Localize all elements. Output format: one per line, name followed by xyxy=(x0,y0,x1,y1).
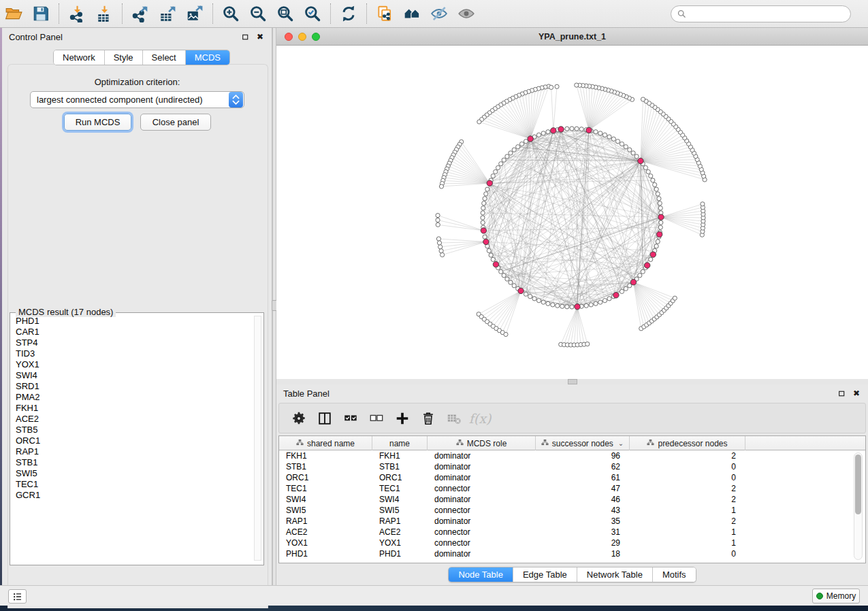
network-node[interactable] xyxy=(532,297,536,301)
network-node[interactable] xyxy=(565,127,569,131)
save-session-icon[interactable] xyxy=(29,3,52,24)
tab-motifs[interactable]: Motifs xyxy=(653,567,696,582)
mcds-result-item[interactable]: TID3 xyxy=(11,348,251,359)
zoom-out-icon[interactable] xyxy=(246,3,270,24)
network-node[interactable] xyxy=(631,151,635,155)
column-header-MCDS-role[interactable]: MCDS role xyxy=(428,436,536,450)
network-node[interactable] xyxy=(489,253,493,257)
table-row[interactable]: TEC1TEC1connector472 xyxy=(279,483,865,494)
network-leaf-node[interactable] xyxy=(440,252,445,257)
select-all-icon[interactable] xyxy=(340,408,361,429)
network-node[interactable] xyxy=(541,131,545,135)
network-node[interactable] xyxy=(541,300,545,304)
network-leaf-node[interactable] xyxy=(673,296,677,300)
mcds-hub-node[interactable] xyxy=(558,127,564,132)
network-node[interactable] xyxy=(638,274,642,278)
network-node[interactable] xyxy=(594,301,598,306)
delete-icon[interactable] xyxy=(418,408,438,429)
network-node[interactable] xyxy=(620,289,624,293)
network-leaf-node[interactable] xyxy=(437,241,441,245)
network-node[interactable] xyxy=(536,133,541,137)
network-canvas[interactable] xyxy=(276,46,868,379)
table-row[interactable]: SWI5SWI5connector431 xyxy=(279,505,865,516)
network-leaf-node[interactable] xyxy=(585,342,590,346)
network-node[interactable] xyxy=(589,303,593,307)
memory-button[interactable]: Memory xyxy=(812,589,860,604)
network-node[interactable] xyxy=(481,206,485,210)
mcds-result-item[interactable]: SWI5 xyxy=(11,468,251,479)
mcds-hub-node[interactable] xyxy=(481,228,486,233)
network-leaf-node[interactable] xyxy=(549,85,553,89)
network-node[interactable] xyxy=(484,192,488,196)
table-row[interactable]: FKH1FKH1dominator962 xyxy=(279,450,865,461)
run-mcds-button[interactable]: Run MCDS xyxy=(64,114,131,131)
network-node[interactable] xyxy=(494,169,498,174)
tab-network[interactable]: Network xyxy=(54,50,105,65)
network-window-titlebar[interactable]: YPA_prune.txt_1 xyxy=(276,28,868,46)
network-node[interactable] xyxy=(481,220,485,225)
network-node[interactable] xyxy=(654,244,658,248)
column-header-successor-nodes[interactable]: successor nodes⌄ xyxy=(536,436,630,450)
network-node[interactable] xyxy=(546,130,550,134)
horizontal-splitter-handle[interactable] xyxy=(568,379,577,384)
mcds-result-item[interactable]: ORC1 xyxy=(11,435,251,446)
network-node[interactable] xyxy=(651,178,655,182)
network-node[interactable] xyxy=(656,192,660,196)
sort-chevron-icon[interactable]: ⌄ xyxy=(618,440,624,447)
network-node[interactable] xyxy=(598,300,602,304)
task-history-button[interactable] xyxy=(8,589,27,604)
mcds-hub-node[interactable] xyxy=(518,288,524,293)
mcds-hub-node[interactable] xyxy=(483,239,489,244)
network-node[interactable] xyxy=(658,225,662,229)
network-leaf-node[interactable] xyxy=(641,97,645,101)
network-leaf-node[interactable] xyxy=(439,249,443,253)
search-box[interactable] xyxy=(671,5,851,22)
network-node[interactable] xyxy=(512,284,516,288)
close-panel-icon[interactable]: ✖ xyxy=(255,32,265,42)
optimization-select[interactable]: largest connected component (undirected) xyxy=(30,91,244,108)
close-table-panel-icon[interactable]: ✖ xyxy=(852,389,861,398)
table-row[interactable]: ORC1ORC1dominator610 xyxy=(279,472,865,483)
network-leaf-node[interactable] xyxy=(436,218,440,222)
mcds-result-item[interactable]: YOX1 xyxy=(11,359,251,370)
network-node[interactable] xyxy=(570,127,574,131)
network-node[interactable] xyxy=(519,142,524,146)
network-node[interactable] xyxy=(598,131,602,135)
network-node[interactable] xyxy=(649,257,653,261)
table-scrollbar-thumb[interactable] xyxy=(855,455,861,514)
import-network-icon[interactable] xyxy=(65,3,89,24)
network-leaf-node[interactable] xyxy=(701,202,705,206)
network-node[interactable] xyxy=(584,303,588,308)
network-leaf-node[interactable] xyxy=(436,237,440,241)
new-network-from-selection-icon[interactable] xyxy=(373,3,396,24)
network-node[interactable] xyxy=(485,187,489,191)
network-node[interactable] xyxy=(570,305,574,309)
tab-edge-table[interactable]: Edge Table xyxy=(513,567,577,582)
tab-network-table[interactable]: Network Table xyxy=(577,567,653,582)
export-network-icon[interactable] xyxy=(129,3,152,24)
column-header-name[interactable]: name xyxy=(372,436,428,450)
network-node[interactable] xyxy=(528,295,532,299)
mcds-result-item[interactable]: SRD1 xyxy=(11,381,251,392)
network-node[interactable] xyxy=(482,201,486,205)
mcds-result-item[interactable]: PMA2 xyxy=(11,392,251,403)
tab-node-table[interactable]: Node Table xyxy=(449,567,513,582)
float-panel-icon[interactable] xyxy=(240,32,250,42)
first-neighbors-icon[interactable] xyxy=(400,3,423,24)
mcds-result-item[interactable]: STB5 xyxy=(11,425,251,435)
network-node[interactable] xyxy=(505,154,509,159)
mcds-hub-node[interactable] xyxy=(586,127,592,133)
export-table-icon[interactable] xyxy=(156,3,179,24)
mcds-result-item[interactable]: STB1 xyxy=(11,457,251,468)
network-node[interactable] xyxy=(496,165,500,169)
table-settings-icon[interactable] xyxy=(289,408,309,429)
network-node[interactable] xyxy=(656,240,660,244)
network-node[interactable] xyxy=(565,305,569,309)
network-node[interactable] xyxy=(551,303,555,307)
mcds-hub-node[interactable] xyxy=(493,261,498,267)
zoom-in-icon[interactable] xyxy=(219,3,242,24)
network-leaf-node[interactable] xyxy=(575,83,579,87)
network-node[interactable] xyxy=(624,145,628,149)
network-node[interactable] xyxy=(594,130,598,134)
network-node[interactable] xyxy=(483,235,487,239)
